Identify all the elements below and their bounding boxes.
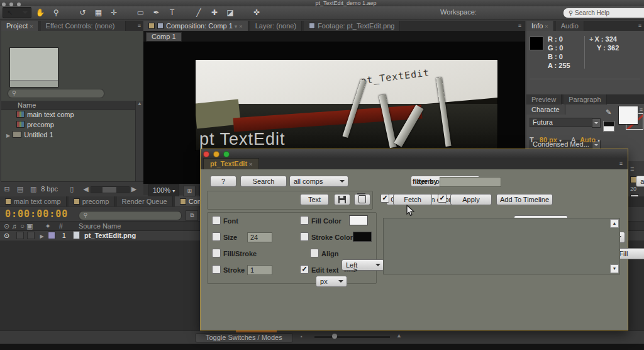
mask-shape-tool[interactable]: ▭: [134, 7, 148, 18]
project-item-precomp[interactable]: precomp: [1, 120, 135, 130]
timeline-tab-main-text-comp[interactable]: main text comp: [0, 196, 67, 206]
delete-preset-button[interactable]: [354, 194, 370, 205]
save-button[interactable]: [334, 194, 350, 205]
timeline-zoom-knob[interactable]: [332, 334, 337, 339]
chevron-down-icon[interactable]: ▾: [559, 138, 562, 144]
font-family-dropdown[interactable]: Futura: [530, 118, 592, 127]
stroke-color-swatch[interactable]: [353, 232, 372, 242]
font-checkbox[interactable]: [212, 216, 221, 225]
layer-switch-cell[interactable]: [27, 232, 35, 239]
layer-label-chip[interactable]: [48, 232, 55, 239]
project-item-main-text-comp[interactable]: main text comp: [1, 110, 135, 120]
stroke-checkbox[interactable]: [212, 265, 221, 274]
timeline-zoom-slider[interactable]: [314, 336, 390, 338]
roto-brush-tool[interactable]: ✒: [150, 7, 164, 18]
size-input[interactable]: 24: [247, 232, 272, 242]
clone-stamp-tool[interactable]: ◪: [223, 7, 237, 18]
text-edit-area[interactable]: ▲ ▼: [383, 218, 620, 274]
tab-info[interactable]: Info×: [526, 21, 554, 31]
panel-menu-icon[interactable]: ≡: [619, 161, 623, 167]
filter-input[interactable]: [440, 177, 501, 187]
close-icon[interactable]: ×: [30, 23, 33, 30]
lock-icon[interactable]: ▣: [26, 222, 33, 230]
font-size-value[interactable]: 80 px: [540, 136, 557, 144]
tab-paragraph[interactable]: Paragraph: [564, 94, 606, 104]
composition-mini-flowchart-icon[interactable]: ⧉: [186, 210, 198, 221]
panel-menu-icon[interactable]: ≡: [518, 23, 521, 29]
source-name-column-header[interactable]: Source Name: [79, 222, 121, 230]
magnification-dropdown[interactable]: 100% ▾: [148, 184, 179, 198]
camera-tool[interactable]: ▦: [91, 7, 105, 18]
fetch-checkbox[interactable]: ✓: [380, 194, 389, 203]
rotation-tool[interactable]: ↺: [75, 7, 89, 18]
project-name-column-header[interactable]: Name: [1, 101, 152, 110]
timeline-tab-precomp[interactable]: precomp: [69, 196, 115, 206]
brush-tool[interactable]: ✚: [208, 7, 221, 18]
comps-select[interactable]: all comps: [289, 176, 348, 187]
fill-color-checkbox[interactable]: [300, 216, 309, 225]
stroke-unit-select[interactable]: px: [316, 276, 347, 287]
tab-footage[interactable]: Footage: pt_TextEdit.png: [304, 21, 400, 31]
tab-composition[interactable]: Composition: Comp 1▾×: [143, 21, 248, 31]
close-icon[interactable]: ×: [239, 23, 242, 30]
eye-icon[interactable]: ⊙: [4, 232, 9, 239]
fillstroke-checkbox[interactable]: [212, 249, 221, 257]
dialog-zoom-icon[interactable]: [223, 151, 230, 157]
help-search-input[interactable]: ⚲ Search Help: [563, 8, 644, 18]
label-column-icon[interactable]: ✦: [45, 222, 51, 230]
timeline-hscroll-thumb[interactable]: [236, 330, 277, 332]
scroll-down-icon[interactable]: ▼: [610, 264, 619, 273]
layer-switch-cell[interactable]: [16, 232, 24, 239]
timeline-tab-render-queue[interactable]: Render Queue: [117, 196, 173, 206]
fetch-button[interactable]: Fetch: [393, 194, 432, 205]
stroke-color-checkbox[interactable]: [300, 232, 309, 241]
close-icon[interactable]: ×: [545, 23, 548, 30]
zoom-out-icon[interactable]: ▪: [301, 334, 303, 339]
help-button[interactable]: ?: [210, 176, 236, 187]
type-tool[interactable]: T: [165, 7, 179, 18]
scroll-up-icon[interactable]: ▲: [136, 101, 143, 106]
tab-project[interactable]: Project×: [1, 21, 39, 31]
panel-menu-icon[interactable]: ≡: [630, 165, 642, 172]
project-item-untitled-folder[interactable]: ▶Untitled 1: [1, 130, 135, 140]
fill-color-swatch[interactable]: [618, 106, 638, 125]
scroll-up-icon[interactable]: ▲: [610, 219, 619, 228]
dialog-close-icon[interactable]: [203, 151, 209, 157]
project-search-input[interactable]: ⚲: [8, 89, 104, 98]
zoom-in-icon[interactable]: ▲: [396, 332, 402, 339]
panel-menu-icon[interactable]: ≡: [138, 23, 141, 29]
solo-icon[interactable]: ○: [20, 222, 25, 230]
edit-text-checkbox[interactable]: ✓: [300, 265, 309, 274]
dialog-titlebar[interactable]: [201, 149, 628, 158]
scroll-left-icon[interactable]: ◀: [83, 185, 88, 193]
panel-menu-icon[interactable]: ≡: [638, 23, 641, 29]
apply-checkbox[interactable]: ✓: [438, 194, 447, 203]
tab-preview[interactable]: Preview: [526, 94, 562, 104]
comp1-viewer-tab[interactable]: Comp 1: [146, 32, 182, 42]
hand-tool[interactable]: ✋: [33, 7, 47, 18]
audio-icon[interactable]: ♬: [11, 222, 18, 230]
dialog-tab-pt-textedit[interactable]: pt_TextEdit×: [203, 158, 259, 169]
disclosure-icon[interactable]: ▶: [40, 234, 43, 239]
timeline-search-input[interactable]: ⚲: [79, 211, 182, 220]
interpret-footage-icon[interactable]: ⊟: [1, 182, 13, 196]
new-folder-icon[interactable]: ▤: [14, 182, 26, 196]
size-checkbox[interactable]: [212, 232, 221, 241]
project-hscrollbar[interactable]: [91, 186, 130, 193]
dialog-minimize-icon[interactable]: [213, 151, 219, 157]
bit-depth-label[interactable]: 8 bpc: [41, 185, 58, 193]
align-checkbox[interactable]: [310, 249, 319, 257]
chevron-down-icon[interactable]: ▾: [597, 138, 600, 144]
zoom-tool[interactable]: ⚲: [49, 7, 63, 18]
selection-tool[interactable]: ↖: [3, 7, 31, 18]
eyedropper-icon[interactable]: ✎: [606, 108, 611, 116]
tab-layer[interactable]: Layer: (none): [250, 21, 302, 31]
panel-menu-icon[interactable]: ≡: [640, 106, 643, 113]
apply-button[interactable]: Apply: [450, 194, 492, 205]
current-time-display[interactable]: 0:00:00:00: [5, 208, 68, 220]
tab-effect-controls[interactable]: Effect Controls: (none): [41, 21, 126, 31]
pan-behind-tool[interactable]: ✛: [107, 7, 121, 18]
mini-stroke-swatch[interactable]: [603, 126, 614, 132]
layer-source-name[interactable]: pt_TextEdit.png: [84, 232, 136, 239]
scroll-right-icon[interactable]: ▶: [131, 185, 136, 193]
